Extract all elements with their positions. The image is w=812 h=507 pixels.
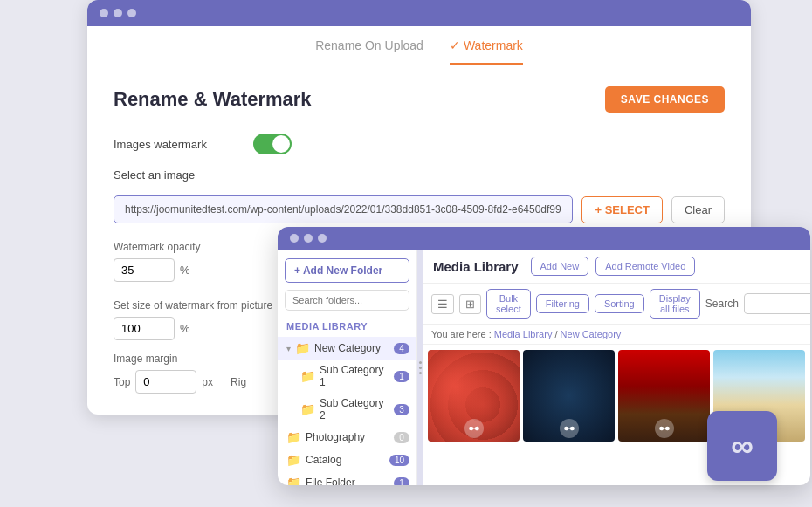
drag-dot (419, 372, 422, 374)
media-thumbnail[interactable] (428, 350, 520, 442)
sidebar-item-catalog[interactable]: 📁 Catalog 10 (278, 449, 416, 471)
item-count-badge: 0 (394, 432, 409, 443)
panel-tabs: Rename On Upload ✓Watermark (87, 26, 751, 65)
infinity-icon (563, 422, 575, 435)
sidebar-section-label: MEDIA LIBRARY (278, 318, 416, 337)
folder-icon: 📁 (295, 341, 310, 355)
logo-overlay: ∞ (707, 411, 777, 481)
infinity-icon (468, 422, 480, 435)
watermark-opacity-input[interactable] (114, 258, 175, 282)
folder-icon: 📁 (286, 476, 301, 485)
folder-icon: 📁 (300, 402, 315, 416)
thumb-overlay-icon (464, 419, 484, 438)
sidebar-item-label: Sub Category 2 (320, 397, 389, 421)
sidebar-item-label: Sub Category 1 (320, 364, 389, 388)
sorting-button[interactable]: Sorting (595, 294, 644, 313)
set-size-pct: % (180, 322, 190, 335)
clear-button[interactable]: Clear (671, 196, 725, 223)
folder-icon: 📁 (286, 430, 301, 444)
item-count-badge: 1 (394, 477, 409, 486)
top-label: Top (114, 376, 130, 388)
folder-icon: 📁 (286, 453, 301, 467)
media-dot-2 (304, 234, 313, 243)
select-image-label: Select an image (114, 168, 253, 182)
images-watermark-label: Images watermark (114, 138, 253, 151)
breadcrumb-separator: / (554, 329, 557, 339)
sidebar-item-sub-category-2[interactable]: 📁 Sub Category 2 3 (278, 393, 416, 426)
panel-header: Rename & Watermark SAVE CHANGES (114, 86, 725, 113)
save-changes-button[interactable]: SAVE CHANGES (605, 86, 725, 113)
item-count-badge: 4 (394, 343, 409, 354)
thumb-overlay-icon (560, 419, 579, 438)
media-thumbnail[interactable] (523, 350, 615, 442)
add-new-folder-button[interactable]: + Add New Folder (285, 258, 409, 283)
media-library-title: Media Library (433, 259, 519, 274)
media-search-input[interactable] (744, 293, 810, 314)
list-view-button[interactable]: ☰ (431, 294, 454, 314)
item-count-badge: 3 (394, 404, 409, 415)
breadcrumb: You are here : Media Library / New Categ… (423, 325, 810, 345)
display-all-files-button[interactable]: Display all files (650, 289, 700, 319)
grid-view-button[interactable]: ⊞ (459, 294, 481, 314)
top-margin-input[interactable] (135, 370, 196, 394)
select-button[interactable]: + SELECT (581, 196, 663, 223)
add-remote-video-button[interactable]: Add Remote Video (595, 257, 695, 276)
media-panel-titlebar (278, 227, 810, 250)
sidebar-item-photography[interactable]: 📁 Photography 0 (278, 426, 416, 449)
add-new-button[interactable]: Add New (531, 257, 589, 276)
top-unit: px (202, 376, 213, 388)
sidebar-item-new-category[interactable]: ▾ 📁 New Category 4 (278, 337, 416, 360)
right-label: Rig (231, 376, 246, 388)
sidebar-item-label: Photography (306, 431, 389, 443)
breadcrumb-current[interactable]: New Category (561, 329, 622, 339)
opacity-pct: % (180, 264, 190, 277)
media-actions: ☰ ⊞ Bulk select Filtering Sorting Displa… (423, 284, 810, 325)
logo-symbol: ∞ (731, 428, 754, 464)
panel-title: Rename & Watermark (114, 88, 312, 111)
tab-watermark[interactable]: ✓Watermark (450, 38, 523, 65)
images-watermark-row: Images watermark (114, 134, 725, 154)
right-margin-field: Rig (231, 376, 246, 388)
infinity-icon (658, 422, 671, 435)
panel-titlebar (87, 0, 751, 26)
sidebar-item-label: New Category (314, 342, 389, 354)
breadcrumb-media-library[interactable]: Media Library (494, 329, 553, 339)
media-sidebar: + Add New Folder MEDIA LIBRARY ▾ 📁 New C… (278, 250, 417, 485)
search-label: Search (705, 298, 739, 310)
drag-dots (419, 361, 422, 374)
item-count-badge: 1 (394, 371, 409, 382)
dot-1 (100, 9, 108, 17)
filtering-button[interactable]: Filtering (536, 294, 589, 313)
top-margin-field: Top px (114, 370, 213, 394)
dot-2 (114, 9, 122, 17)
url-row: + SELECT Clear (114, 195, 725, 223)
sidebar-item-file-folder[interactable]: 📁 File Folder 1 (278, 471, 416, 485)
drag-dot (419, 367, 422, 369)
set-size-input[interactable] (114, 317, 175, 340)
sidebar-item-sub-category-1[interactable]: 📁 Sub Category 1 1 (278, 360, 416, 393)
bulk-select-button[interactable]: Bulk select (486, 289, 531, 319)
media-thumbnail[interactable] (618, 350, 710, 442)
folder-icon: 📁 (300, 369, 315, 383)
item-count-badge: 10 (389, 455, 409, 466)
check-icon: ✓ (450, 38, 460, 52)
chevron-down-icon: ▾ (286, 344, 291, 353)
thumb-overlay-icon (655, 419, 674, 438)
you-are-here: You are here : (431, 329, 492, 339)
images-watermark-toggle[interactable] (253, 134, 292, 154)
media-toolbar: Media Library Add New Add Remote Video (423, 250, 810, 284)
drag-dot (419, 361, 422, 364)
folder-search-input[interactable] (285, 290, 409, 311)
dot-3 (127, 9, 136, 17)
select-image-row: Select an image (114, 168, 725, 182)
media-dot-1 (290, 234, 299, 243)
url-input[interactable] (114, 195, 573, 223)
media-dot-3 (318, 234, 327, 243)
sidebar-item-label: Catalog (306, 454, 385, 466)
tab-rename-on-upload[interactable]: Rename On Upload (315, 38, 423, 65)
sidebar-item-label: File Folder (306, 476, 389, 485)
